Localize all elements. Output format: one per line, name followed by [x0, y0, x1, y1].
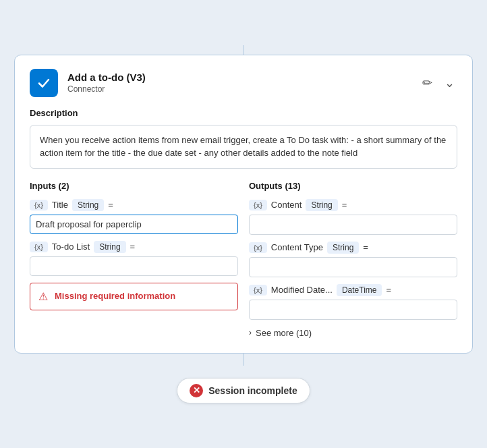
input-todo-label-row: {x} To-do List String = [30, 241, 238, 253]
see-more-label: See more (10) [256, 328, 312, 338]
output-content-label: Content [271, 200, 302, 210]
input-title-token: {x} [30, 200, 48, 211]
output-content-type-field[interactable] [249, 257, 457, 277]
output-modified-date-label: Modified Date... [271, 285, 333, 295]
see-more-button[interactable]: › See more (10) [249, 327, 457, 339]
input-title-label: Title [52, 200, 68, 210]
output-content-type-equals: = [363, 242, 368, 252]
output-field-content: {x} Content String = [249, 199, 457, 235]
output-modified-date-token: {x} [249, 285, 267, 296]
inputs-section: Inputs (2) {x} Title String = {x} [30, 181, 238, 339]
output-content-label-row: {x} Content String = [249, 199, 457, 211]
error-message: Missing required information [55, 290, 175, 302]
card-title: Add a to-do (V3) [67, 72, 146, 83]
session-error-icon: ✕ [190, 384, 203, 397]
chevron-down-icon: ⌄ [445, 76, 455, 90]
session-badge-label: Session incomplete [208, 385, 297, 396]
input-todo-type: String [94, 241, 125, 253]
chevron-right-icon: › [249, 328, 252, 337]
output-content-token: {x} [249, 200, 267, 211]
card-subtitle: Connector [67, 84, 146, 94]
card-header-left: Add a to-do (V3) Connector [30, 69, 146, 97]
action-card: Add a to-do (V3) Connector ✏ ⌄ Descripti… [14, 55, 473, 354]
output-modified-date-label-row: {x} Modified Date... DateTime = [249, 284, 457, 296]
input-field-todo: {x} To-do List String = [30, 241, 238, 276]
output-content-equals: = [342, 200, 347, 210]
session-badge: ✕ Session incomplete [177, 378, 310, 403]
session-error-x: ✕ [193, 385, 200, 395]
description-label: Description [30, 108, 457, 118]
inputs-title: Inputs (2) [30, 181, 238, 191]
input-field-title: {x} Title String = [30, 199, 238, 234]
output-content-type-label-row: {x} Content Type String = [249, 242, 457, 254]
card-header: Add a to-do (V3) Connector ✏ ⌄ [30, 69, 457, 97]
output-content-type-label: Content Type [271, 242, 323, 252]
input-title-field[interactable] [30, 215, 238, 234]
input-todo-field[interactable] [30, 256, 238, 276]
warning-icon: ⚠ [38, 290, 48, 303]
output-field-modified-date: {x} Modified Date... DateTime = [249, 284, 457, 320]
card-header-actions: ✏ ⌄ [420, 74, 457, 92]
expand-button[interactable]: ⌄ [442, 74, 457, 92]
output-content-type-token: {x} [249, 242, 267, 253]
output-content-type-type: String [327, 242, 359, 254]
output-field-content-type: {x} Content Type String = [249, 242, 457, 277]
outputs-section: Outputs (13) {x} Content String = {x} [249, 181, 457, 339]
description-box: When you receive action items from new e… [30, 125, 457, 169]
input-title-equals: = [108, 200, 113, 210]
svg-rect-0 [36, 75, 52, 91]
output-modified-date-equals: = [386, 285, 391, 295]
output-content-field[interactable] [249, 215, 457, 235]
edit-button[interactable]: ✏ [420, 74, 435, 92]
input-todo-token: {x} [30, 242, 48, 252]
input-todo-label: To-do List [52, 242, 90, 252]
io-row: Inputs (2) {x} Title String = {x} [30, 181, 457, 339]
output-modified-date-field[interactable] [249, 300, 457, 320]
input-todo-equals: = [130, 242, 136, 252]
outputs-title: Outputs (13) [249, 181, 457, 191]
output-modified-date-type: DateTime [337, 284, 382, 296]
edit-icon: ✏ [422, 76, 432, 90]
input-title-type: String [72, 199, 104, 211]
app-icon [30, 69, 58, 97]
output-content-type: String [306, 199, 337, 211]
card-title-block: Add a to-do (V3) Connector [67, 72, 146, 94]
error-box: ⚠ Missing required information [30, 283, 238, 310]
input-title-label-row: {x} Title String = [30, 199, 238, 211]
